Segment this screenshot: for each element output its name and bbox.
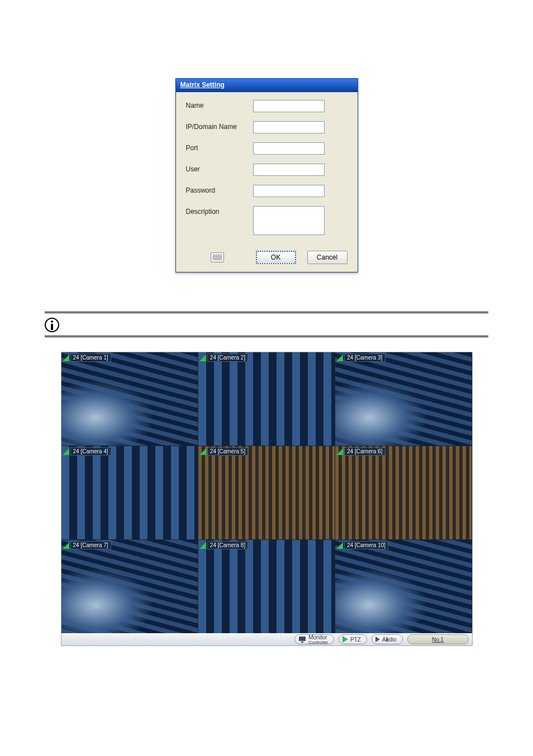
camera-label: 24 [Camera 3]: [344, 353, 385, 362]
form-row-port: Port: [186, 142, 348, 155]
password-input[interactable]: [253, 185, 325, 197]
camera-cell-3[interactable]: 24 [Camera 3]: [335, 352, 472, 446]
ipdomain-label: IP/Domain Name: [186, 121, 253, 131]
camera-status-icon: [336, 355, 343, 361]
description-input[interactable]: [253, 206, 325, 235]
camera-label: 24 [Camera 4]: [70, 447, 111, 456]
audio-button[interactable]: Audio: [372, 634, 403, 644]
camera-cell-5[interactable]: 24 [Camera 5]: [198, 446, 335, 539]
keyboard-icon[interactable]: [211, 252, 224, 262]
camera-label: 24 [Camera 7]: [70, 541, 111, 549]
camera-cell-1[interactable]: 24 [Camera 1]: [61, 352, 198, 446]
camera-status-icon: [199, 542, 206, 549]
slot-indicator[interactable]: No.1: [407, 634, 469, 644]
camera-label: 24 [Camera 2]: [207, 353, 248, 362]
dialog-body: Name IP/Domain Name Port User Password D: [176, 92, 358, 248]
camera-cell-4[interactable]: 24 [Camera 4]: [61, 446, 198, 539]
ptz-button[interactable]: PTZ: [339, 634, 367, 644]
camera-cell-9[interactable]: 24 [Camera 10]: [335, 540, 472, 633]
dialog-titlebar[interactable]: Matrix Setting: [176, 79, 358, 92]
divider-top: [45, 312, 488, 313]
monitor-label-top: Monitor: [308, 634, 327, 640]
camera-matrix-panel: 24 [Camera 1] 24 [Camera 2] 24 [Camera 3…: [61, 352, 473, 646]
camera-label: 24 [Camera 6]: [344, 447, 385, 456]
ptz-label: PTZ: [350, 637, 361, 643]
camera-overlay: 24 [Camera 6]: [336, 447, 385, 456]
matrix-setting-dialog: Matrix Setting Name IP/Domain Name Port …: [175, 78, 358, 272]
dialog-button-row: OK Cancel: [176, 248, 358, 272]
info-row: [45, 318, 488, 332]
ipdomain-input[interactable]: [253, 121, 325, 133]
camera-status-icon: [63, 542, 69, 549]
ok-button[interactable]: OK: [256, 251, 296, 264]
camera-status-icon: [336, 448, 343, 455]
camera-grid: 24 [Camera 1] 24 [Camera 2] 24 [Camera 3…: [61, 352, 472, 633]
camera-overlay: 24 [Camera 2]: [199, 353, 248, 362]
info-icon: [45, 318, 59, 332]
camera-label: 24 [Camera 5]: [207, 447, 248, 456]
port-label: Port: [186, 142, 253, 152]
password-label: Password: [186, 185, 253, 194]
form-row-ipdomain: IP/Domain Name: [186, 121, 348, 133]
user-input[interactable]: [253, 164, 325, 176]
camera-overlay: 24 [Camera 8]: [199, 541, 248, 549]
ptz-icon: [342, 636, 348, 643]
camera-overlay: 24 [Camera 1]: [63, 353, 111, 362]
camera-overlay: 24 [Camera 4]: [63, 447, 111, 456]
camera-status-icon: [199, 448, 206, 455]
form-row-description: Description: [186, 206, 348, 235]
user-label: User: [186, 164, 253, 173]
form-row-user: User: [186, 164, 348, 176]
form-row-password: Password: [186, 185, 348, 197]
camera-label: 24 [Camera 1]: [70, 353, 111, 362]
camera-status-icon: [63, 355, 69, 361]
camera-cell-6[interactable]: 24 [Camera 6]: [335, 446, 472, 539]
form-row-name: Name: [186, 100, 348, 112]
document-page: Matrix Setting Name IP/Domain Name Port …: [0, 0, 533, 680]
port-input[interactable]: [253, 142, 325, 155]
speaker-icon: [375, 637, 380, 642]
camera-label: 24 [Camera 8]: [207, 541, 248, 549]
monitor-icon: [298, 636, 306, 643]
camera-overlay: 24 [Camera 3]: [336, 353, 385, 362]
monitor-label-bottom: Controller: [308, 640, 328, 645]
camera-cell-2[interactable]: 24 [Camera 2]: [198, 352, 335, 446]
name-label: Name: [186, 100, 253, 109]
camera-overlay: 24 [Camera 10]: [336, 541, 388, 549]
svg-rect-0: [299, 637, 306, 641]
name-input[interactable]: [253, 100, 325, 112]
cancel-button[interactable]: Cancel: [307, 251, 348, 264]
camera-label: 24 [Camera 10]: [344, 541, 388, 549]
camera-status-icon: [63, 448, 69, 455]
matrix-toolbar: Monitor Controller PTZ Audio No.1: [61, 633, 472, 645]
camera-cell-7[interactable]: 24 [Camera 7]: [61, 540, 198, 633]
description-label: Description: [186, 206, 253, 216]
monitor-controller-button[interactable]: Monitor Controller: [294, 634, 334, 644]
svg-rect-1: [301, 642, 303, 643]
camera-overlay: 24 [Camera 5]: [199, 447, 248, 456]
divider-bottom: [45, 336, 488, 337]
camera-cell-8[interactable]: 24 [Camera 8]: [198, 540, 335, 633]
camera-status-icon: [336, 542, 343, 549]
camera-status-icon: [199, 355, 206, 361]
camera-overlay: 24 [Camera 7]: [63, 541, 111, 549]
